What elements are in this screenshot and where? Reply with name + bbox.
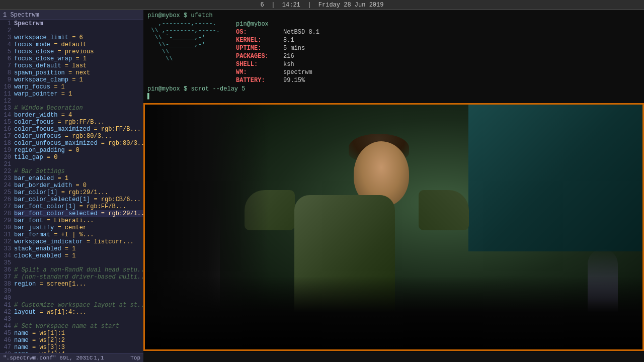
line-content: [14, 161, 143, 168]
line-34: 34clock_enabled = 1: [0, 252, 143, 259]
line-content: color_focus = rgb:FF/B...: [14, 119, 143, 126]
line-number: 34: [0, 252, 14, 259]
line-number: 20: [0, 154, 14, 161]
system-info: pin@mybox OS: NetBSD 8.1 KERNEL: 8.1 UPT…: [236, 20, 319, 84]
line-number: 31: [0, 231, 14, 238]
line-number: 41: [0, 302, 14, 309]
line-content: focus_default = last: [14, 62, 143, 69]
line-number: 16: [0, 126, 14, 133]
line-15: 15color_focus = rgb:FF/B...: [0, 119, 143, 126]
movie-scene: [145, 105, 642, 349]
line-content: color_unfocus = rgb:80/3...: [14, 133, 143, 140]
line-content: bar_enabled = 1: [14, 175, 143, 182]
line-number: 9: [0, 76, 14, 83]
battery-value: 99.15%: [283, 76, 305, 84]
line-16: 16color_focus_maximized = rgb:FF/B...: [0, 126, 143, 133]
line-number: 7: [0, 62, 14, 69]
terminal-prompt-1: pin@mybox $ ufetch: [147, 12, 640, 19]
line-8: 8spawn_position = next: [0, 69, 143, 76]
line-33: 33stack_enabled = 1: [0, 245, 143, 252]
line-45: 45name = ws[1]:1: [0, 330, 143, 337]
line-number: 19: [0, 147, 14, 154]
line-content: focus_close_wrap = 1: [14, 55, 143, 62]
line-28: 28bar_font_color_selected = rgb:29/1...: [0, 210, 143, 217]
workspace-info: 6 | 14:21 | Friday 28 Jun 2019: [261, 2, 384, 9]
line-14: 14border_width = 4: [0, 112, 143, 119]
line-content: layout = ws[1]:4:...: [14, 309, 143, 316]
uptime-row: UPTIME: 5 mins: [236, 44, 319, 52]
packages-value: 216: [283, 52, 294, 60]
line-29: 29bar_font = Liberati...: [0, 217, 143, 224]
kernel-value: 8.1: [283, 36, 294, 44]
line-content: [14, 295, 143, 302]
line-41: 41# Customize workspace layout at st...: [0, 302, 143, 309]
shell-value: ksh: [283, 60, 294, 68]
line-number: 36: [0, 266, 14, 274]
os-label: OS:: [236, 28, 281, 36]
os-row: OS: NetBSD 8.1: [236, 28, 319, 36]
line-number: 26: [0, 196, 14, 203]
editor-statusbar: ".spectrwm.conf" 69L, 2031C 1,1 Top: [0, 353, 143, 362]
line-number: 1: [0, 20, 14, 27]
line-number: 35: [0, 259, 14, 266]
line-content: Spectrwm: [14, 20, 143, 27]
terminal-prompt-text-1: pin@mybox $ ufetch: [147, 12, 213, 19]
ascii-art: ,--------,-----. \\ ,--------,-----. \\ …: [147, 20, 228, 84]
line-24: 24bar_border_width = 0: [0, 182, 143, 189]
line-content: focus_mode = default: [14, 41, 143, 48]
line-number: 43: [0, 316, 14, 323]
line-number: 17: [0, 133, 14, 140]
editor-content[interactable]: 1 Spectrwm23workspace_limit = 64focus_mo…: [0, 20, 143, 353]
terminal-output: ,--------,-----. \\ ,--------,-----. \\ …: [147, 20, 640, 84]
line-38: 38region = screen[1...: [0, 281, 143, 288]
line-number: 46: [0, 337, 14, 344]
line-number: 13: [0, 105, 14, 112]
line-number: 3: [0, 34, 14, 41]
hostname-value: pin@mybox: [236, 20, 269, 28]
line-20: 20tile_gap = 0: [0, 154, 143, 161]
line-number: 10: [0, 83, 14, 90]
line-27: 27bar_font_color[1] = rgb:FF/B...: [0, 203, 143, 210]
line-content: # Customize workspace layout at st...: [14, 302, 143, 309]
line-content: bar_format = +I | %...: [14, 231, 143, 238]
line-number: 4: [0, 41, 14, 48]
editor-title: 1 Spectrwm: [3, 12, 39, 19]
line-26: 26bar_color_selected[1] = rgb:CB/6...: [0, 196, 143, 203]
line-content: region_padding = 0: [14, 147, 143, 154]
line-content: # Split a non-RandR dual head setu...: [14, 266, 143, 274]
line-content: region = screen[1...: [14, 281, 143, 288]
time-display: 14:21: [282, 2, 300, 9]
wm-label: WM:: [236, 68, 281, 76]
date-display: Friday 28 Jun 2019: [318, 2, 384, 9]
shell-row: SHELL: ksh: [236, 60, 319, 68]
line-number: 12: [0, 98, 14, 105]
line-number: 6: [0, 55, 14, 62]
packages-label: PACKAGES:: [236, 52, 281, 60]
line-number: 45: [0, 330, 14, 337]
line-number: 27: [0, 203, 14, 210]
line-content: warp_pointer = 1: [14, 90, 143, 98]
line-number: 5: [0, 48, 14, 55]
line-37: 37# (non-standard driver-based multi...: [0, 274, 143, 281]
line-32: 32workspace_indicator = listcurr...: [0, 238, 143, 245]
line-content: [14, 259, 143, 266]
editor-filename: ".spectrwm.conf" 69L, 2031C: [3, 355, 93, 361]
line-7: 7focus_default = last: [0, 62, 143, 69]
terminal-area: pin@mybox $ ufetch ,--------,-----. \\ ,…: [143, 10, 644, 102]
battery-label: BATTERY:: [236, 76, 281, 84]
line-content: bar_font = Liberati...: [14, 217, 143, 224]
line-number: 42: [0, 309, 14, 316]
editor-position: 1,1: [94, 355, 104, 361]
line-number: 40: [0, 295, 14, 302]
shell-label: SHELL:: [236, 60, 281, 68]
teal-bg: [468, 105, 642, 251]
line-number: 30: [0, 224, 14, 231]
line-5: 5focus_close = previous: [0, 48, 143, 55]
line-number: 39: [0, 288, 14, 295]
line-19: 19region_padding = 0: [0, 147, 143, 154]
terminal-prompt-text-2: pin@mybox $ scrot --delay 5: [147, 85, 245, 93]
line-number: 33: [0, 245, 14, 252]
line-42: 42layout = ws[1]:4:...: [0, 309, 143, 316]
line-1: 1 Spectrwm: [0, 20, 143, 27]
line-39: 39: [0, 288, 143, 295]
